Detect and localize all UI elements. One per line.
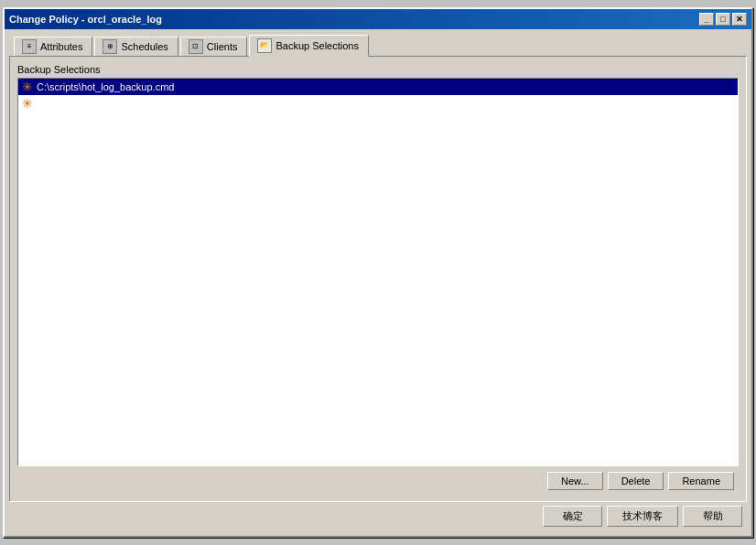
title-bar-buttons: _ □ ✕ bbox=[699, 13, 747, 26]
close-button[interactable]: ✕ bbox=[732, 13, 747, 26]
help-button[interactable]: 帮助 bbox=[683, 506, 742, 527]
window-title: Change Policy - orcl_oracle_log bbox=[9, 14, 162, 25]
tab-clients[interactable]: ⊡ Clients bbox=[180, 37, 248, 57]
backup-selections-listbox[interactable]: C:\scripts\hot_log_backup.cmd ✳ bbox=[17, 78, 739, 466]
new-entry-row[interactable]: ✳ bbox=[18, 95, 738, 112]
schedules-icon: ⊕ bbox=[103, 39, 117, 54]
list-item[interactable]: C:\scripts\hot_log_backup.cmd bbox=[18, 79, 738, 95]
tab-attributes[interactable]: ≡ Attributes bbox=[14, 37, 92, 57]
tab-backup-selections[interactable]: 📂 Backup Selections bbox=[249, 35, 369, 57]
ok-button[interactable]: 确定 bbox=[543, 506, 602, 527]
item-path: C:\scripts\hot_log_backup.cmd bbox=[37, 81, 174, 92]
tab-strip: ≡ Attributes ⊕ Schedules ⊡ Clients 📂 Bac… bbox=[9, 34, 747, 56]
main-window: Change Policy - orcl_oracle_log _ □ ✕ ≡ … bbox=[3, 7, 753, 538]
action-buttons: New... Delete Rename bbox=[17, 466, 739, 494]
footer-row: 确定 技术博客 帮助 bbox=[9, 502, 747, 531]
list-label: Backup Selections bbox=[17, 64, 739, 75]
asterisk-icon: ✳ bbox=[22, 96, 33, 111]
backup-icon: 📂 bbox=[257, 38, 272, 53]
title-bar: Change Policy - orcl_oracle_log _ □ ✕ bbox=[5, 9, 751, 29]
panel-inner: Backup Selections C:\scripts\hot_log_bac… bbox=[17, 64, 739, 466]
tab-clients-label: Clients bbox=[207, 41, 238, 52]
minimize-button[interactable]: _ bbox=[699, 13, 714, 26]
tab-panel-backup-selections: Backup Selections C:\scripts\hot_log_bac… bbox=[9, 56, 747, 502]
new-button[interactable]: New... bbox=[547, 472, 603, 490]
tab-backup-selections-label: Backup Selections bbox=[275, 40, 359, 51]
clients-icon: ⊡ bbox=[189, 39, 203, 54]
maximize-button[interactable]: □ bbox=[716, 13, 730, 26]
rename-button[interactable]: Rename bbox=[668, 472, 734, 490]
technical-blog-button[interactable]: 技术博客 bbox=[607, 506, 678, 527]
item-script-icon bbox=[22, 80, 33, 94]
tab-schedules[interactable]: ⊕ Schedules bbox=[94, 37, 178, 57]
window-content: ≡ Attributes ⊕ Schedules ⊡ Clients 📂 Bac… bbox=[5, 29, 751, 536]
delete-button[interactable]: Delete bbox=[608, 472, 664, 490]
attributes-icon: ≡ bbox=[22, 39, 37, 54]
tab-schedules-label: Schedules bbox=[121, 41, 167, 52]
tab-attributes-label: Attributes bbox=[40, 41, 82, 52]
